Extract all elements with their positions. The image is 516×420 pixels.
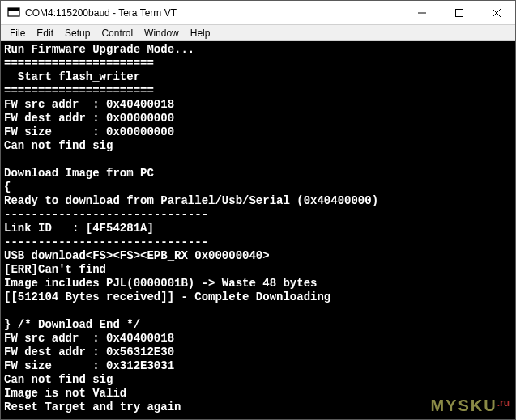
menu-window[interactable]: Window (139, 26, 185, 40)
menu-setup[interactable]: Setup (59, 26, 96, 40)
window-title: COM4:115200baud - Tera Term VT (25, 7, 403, 19)
app-icon (7, 6, 20, 19)
menu-edit[interactable]: Edit (31, 26, 59, 40)
menu-help[interactable]: Help (185, 26, 216, 40)
terminal-output[interactable]: Run Firmware Upgrade Mode... ===========… (1, 41, 515, 419)
minimize-button[interactable] (403, 1, 441, 25)
menu-file[interactable]: File (4, 26, 31, 40)
svg-rect-1 (8, 8, 19, 11)
svg-rect-3 (456, 9, 463, 16)
menu-control[interactable]: Control (96, 26, 139, 40)
menubar: File Edit Setup Control Window Help (1, 25, 515, 41)
titlebar: COM4:115200baud - Tera Term VT (1, 1, 515, 25)
app-window: COM4:115200baud - Tera Term VT File Edit… (0, 0, 516, 420)
maximize-button[interactable] (441, 1, 478, 25)
close-button[interactable] (478, 1, 515, 25)
